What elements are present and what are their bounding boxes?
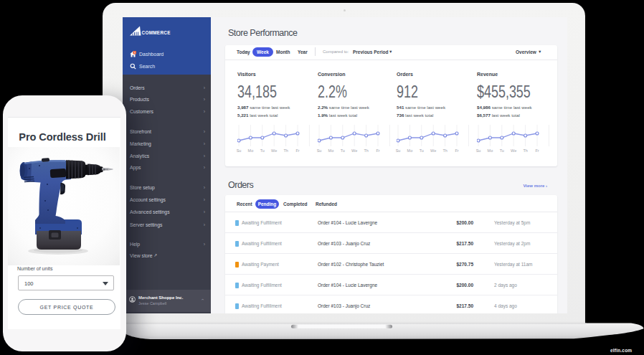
svg-text:COMMERCE: COMMERCE xyxy=(142,30,171,35)
